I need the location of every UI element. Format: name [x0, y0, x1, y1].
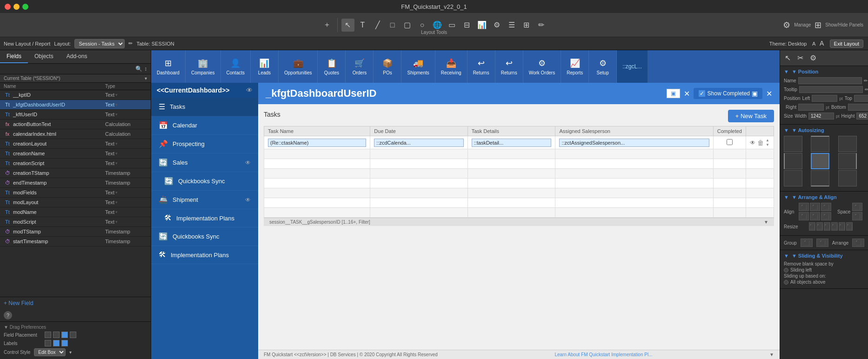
autosizing-cell-7[interactable] — [784, 170, 802, 186]
tab-fields[interactable]: Fields — [0, 50, 28, 63]
field-placement-checkbox-3[interactable] — [61, 332, 68, 338]
space-v-btn[interactable]: ⬛ — [852, 212, 862, 220]
sidebar-eye-icon[interactable]: 👁 — [246, 86, 253, 94]
tab-addons[interactable]: Add-ons — [60, 50, 94, 63]
row-eye-icon[interactable]: 👁 — [750, 140, 755, 146]
nav-item-opportunities[interactable]: 💼 Opportunities — [279, 50, 318, 83]
task-details-input[interactable]: ::taskDetail... — [472, 139, 552, 147]
field-row[interactable]: Tt modScript Text▾ — [0, 217, 151, 227]
script-tool[interactable]: ⚙ — [490, 19, 503, 32]
sidebar-item-calendar[interactable]: 📅 Calendar — [151, 116, 258, 135]
field-row[interactable]: fx calendarIndex.html Calculation — [0, 129, 151, 139]
nav-item-receiving[interactable]: 📥 Receiving — [435, 50, 467, 83]
show-completed-button[interactable]: ✓ Show Completed ▣ — [694, 88, 762, 99]
autosizing-cell-6[interactable] — [838, 153, 857, 169]
autosizing-cell-2[interactable] — [811, 136, 829, 152]
tab-objects[interactable]: Objects — [28, 50, 60, 63]
layout-select[interactable]: Session - Tasks — [74, 39, 125, 48]
nav-item-returns-2[interactable]: ↩ Returns — [495, 50, 523, 83]
height-input[interactable] — [856, 113, 868, 120]
resize-1[interactable]: ⬛ — [809, 222, 815, 231]
field-row[interactable]: Tt creationName Text▾ — [0, 149, 151, 159]
control-style-select[interactable]: Edit Box — [34, 348, 66, 356]
help-button[interactable]: ? — [4, 311, 12, 319]
name-input[interactable] — [798, 77, 862, 84]
nav-item-zgcl[interactable]: ::zgcL... — [617, 50, 648, 83]
autosizing-cell-1[interactable] — [784, 136, 802, 152]
field-row[interactable]: Tt _kfgtDashboardUserID Text▾ — [0, 100, 151, 110]
nav-item-contacts[interactable]: 👤 Contacts — [221, 50, 251, 83]
resize-4[interactable]: ⬛ — [831, 222, 838, 231]
resize-3[interactable]: ⬛ — [824, 222, 830, 231]
portal-tool[interactable]: ⊟ — [461, 19, 474, 32]
footer-link[interactable]: Learn About FM Quickstart Implementation… — [554, 352, 652, 357]
labels-checkbox-1[interactable] — [45, 340, 51, 346]
nav-item-setup[interactable]: ⚙ Setup — [589, 50, 617, 83]
field-row[interactable]: ⏱ creationTStamp Timestamp — [0, 168, 151, 178]
nav-item-shipments[interactable]: 🚚 Shipments — [401, 50, 435, 83]
autosizing-cell-4[interactable] — [784, 153, 802, 169]
align-top-btn[interactable]: ⬛ — [799, 212, 809, 220]
sidebar-item-implementation-plans-2[interactable]: 🛠 Implementation Plans — [151, 246, 258, 264]
labels-checkbox-2[interactable] — [53, 340, 60, 346]
right-input[interactable] — [798, 104, 824, 111]
resize-5[interactable]: ⬛ — [839, 222, 845, 231]
resize-2[interactable]: ⬛ — [816, 222, 823, 231]
autosizing-cell-8[interactable] — [811, 170, 829, 186]
status-arrow[interactable]: ▼ — [764, 219, 768, 225]
field-row[interactable]: Tt _kftUserID Text▾ — [0, 110, 151, 120]
field-row[interactable]: Tt modLayout Text▾ — [0, 198, 151, 207]
nav-item-returns-1[interactable]: ↩ Returns — [467, 50, 495, 83]
new-task-button[interactable]: + New Task — [728, 110, 774, 122]
close-button[interactable] — [5, 4, 11, 10]
header-x-btn[interactable]: ✕ — [766, 89, 772, 98]
rect-tool[interactable]: □ — [386, 19, 399, 32]
line-tool[interactable]: ╱ — [371, 19, 384, 32]
name-edit-icon[interactable]: ✏ — [864, 78, 868, 83]
sidebar-item-prospecting[interactable]: 📌 Prospecting — [151, 135, 258, 153]
sidebar-item-shipment-plans[interactable]: 🚢 Shipment 👁 — [151, 191, 258, 209]
control-style-arrow[interactable]: ▾ — [69, 350, 72, 355]
sort-up-icon[interactable]: ▲ — [766, 138, 769, 142]
field-placement-checkbox-4[interactable] — [70, 332, 76, 338]
autosizing-toggle[interactable]: ▼ — [784, 127, 789, 133]
nav-item-dashboard[interactable]: ⊞ Dashboard — [151, 50, 186, 83]
assigned-salesperson-input[interactable]: ::zctAssignedSalesperson... — [559, 139, 709, 147]
autosizing-cell-5[interactable] — [811, 153, 829, 169]
pointer-tool[interactable]: ↖ — [341, 19, 354, 32]
due-date-input[interactable]: ::zcdCalenda... — [374, 139, 463, 147]
row-delete-icon[interactable]: 🗑 — [757, 139, 764, 146]
new-layout-tool[interactable]: ＋ — [320, 19, 334, 32]
tab-control-tool[interactable]: ⊞ — [520, 19, 533, 32]
nav-item-pos[interactable]: 📦 POs — [374, 50, 401, 83]
tooltip-input[interactable] — [799, 86, 863, 93]
field-row[interactable]: Tt creationLayout Text▾ — [0, 139, 151, 149]
sidebar-eye-shipment[interactable]: 👁 — [245, 197, 251, 203]
show-completed-checkbox[interactable]: ✓ — [698, 90, 706, 97]
sort-down-icon[interactable]: ▼ — [766, 143, 769, 147]
maximize-button[interactable] — [22, 4, 28, 10]
drag-prefs-title[interactable]: ▼ Drag Preferences — [4, 325, 147, 330]
arrange-btn-1[interactable]: ⬛ — [852, 239, 864, 247]
tooltip-edit-icon[interactable]: ✏ — [865, 87, 868, 92]
arrange-align-toggle[interactable]: ▼ — [784, 194, 789, 200]
sidebar-item-implementation-plans[interactable]: 🛠 Implementation Plans — [151, 209, 258, 227]
rounded-rect-tool[interactable]: ▢ — [401, 19, 414, 32]
left-input[interactable] — [812, 95, 837, 102]
minimize-button[interactable] — [13, 4, 20, 10]
button-bar-tool[interactable]: ☰ — [505, 19, 518, 32]
scissors-tool[interactable]: ✂ — [795, 52, 806, 64]
slide-control-tool[interactable]: ✏ — [535, 19, 548, 32]
align-middle-btn[interactable]: ⬛ — [810, 212, 820, 220]
current-table-arrow[interactable]: ▾ — [145, 76, 147, 81]
resize-6[interactable]: ⬛ — [846, 222, 853, 231]
field-row[interactable]: Tt __kptID Text▾ — [0, 90, 151, 100]
field-row[interactable]: Tt modFields Text▾ — [0, 188, 151, 198]
space-h-btn[interactable]: ⬛ — [852, 203, 862, 211]
field-search-icon[interactable]: 🔍 — [135, 66, 142, 72]
bottom-input[interactable] — [848, 104, 868, 111]
sidebar-item-qb-sync-2[interactable]: 🔄 Quickbooks Sync — [151, 227, 258, 246]
group-btn-2[interactable]: ⬛ — [816, 239, 828, 247]
labels-checkbox-3[interactable] — [61, 340, 68, 346]
new-field-button[interactable]: + New Field — [0, 297, 151, 309]
